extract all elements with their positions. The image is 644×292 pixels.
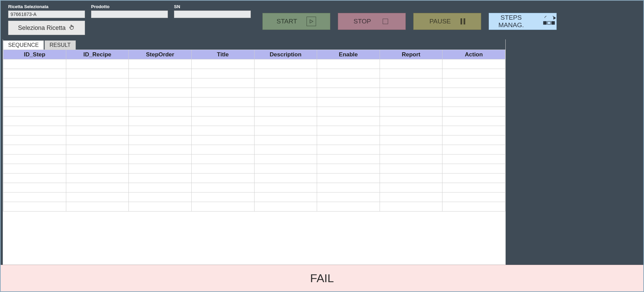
table-cell[interactable]	[3, 59, 66, 69]
table-cell[interactable]	[3, 145, 66, 154]
table-cell[interactable]	[66, 97, 129, 107]
table-cell[interactable]	[66, 154, 129, 164]
table-cell[interactable]	[442, 135, 505, 145]
col-enable[interactable]: Enable	[317, 50, 380, 59]
table-cell[interactable]	[191, 174, 254, 183]
table-cell[interactable]	[66, 135, 129, 145]
col-idrecipe[interactable]: ID_Recipe	[66, 50, 129, 59]
table-cell[interactable]	[442, 88, 505, 97]
table-cell[interactable]	[129, 126, 192, 135]
table-cell[interactable]	[3, 107, 66, 116]
table-row[interactable]	[3, 154, 505, 164]
table-cell[interactable]	[442, 69, 505, 78]
table-cell[interactable]	[3, 193, 66, 202]
table-cell[interactable]	[317, 126, 380, 135]
table-cell[interactable]	[442, 59, 505, 69]
table-row[interactable]	[3, 174, 505, 183]
table-cell[interactable]	[3, 164, 66, 174]
col-report[interactable]: Report	[380, 50, 442, 59]
table-cell[interactable]	[380, 135, 442, 145]
table-cell[interactable]	[254, 183, 317, 193]
table-cell[interactable]	[129, 145, 192, 154]
table-cell[interactable]	[317, 88, 380, 97]
table-cell[interactable]	[191, 78, 254, 88]
table-cell[interactable]	[317, 107, 380, 116]
table-cell[interactable]	[380, 78, 442, 88]
table-cell[interactable]	[380, 88, 442, 97]
sn-input[interactable]	[174, 11, 251, 18]
table-cell[interactable]	[442, 193, 505, 202]
table-cell[interactable]	[3, 202, 66, 212]
table-cell[interactable]	[442, 78, 505, 88]
table-cell[interactable]	[191, 69, 254, 78]
table-cell[interactable]	[317, 97, 380, 107]
table-cell[interactable]	[317, 174, 380, 183]
table-cell[interactable]	[191, 97, 254, 107]
table-cell[interactable]	[3, 116, 66, 126]
table-cell[interactable]	[442, 183, 505, 193]
table-row[interactable]	[3, 202, 505, 212]
table-cell[interactable]	[317, 202, 380, 212]
table-cell[interactable]	[66, 107, 129, 116]
table-cell[interactable]	[317, 59, 380, 69]
table-cell[interactable]	[442, 116, 505, 126]
steps-management-button[interactable]: STEPS MANAG.	[489, 13, 557, 30]
table-row[interactable]	[3, 193, 505, 202]
table-row[interactable]	[3, 145, 505, 154]
table-row[interactable]	[3, 88, 505, 97]
table-cell[interactable]	[191, 116, 254, 126]
table-cell[interactable]	[380, 97, 442, 107]
table-cell[interactable]	[254, 116, 317, 126]
table-cell[interactable]	[380, 126, 442, 135]
table-cell[interactable]	[3, 135, 66, 145]
table-cell[interactable]	[3, 126, 66, 135]
table-cell[interactable]	[380, 154, 442, 164]
table-cell[interactable]	[129, 107, 192, 116]
table-cell[interactable]	[317, 78, 380, 88]
table-cell[interactable]	[254, 88, 317, 97]
table-row[interactable]	[3, 116, 505, 126]
recipe-input[interactable]	[8, 11, 85, 18]
table-cell[interactable]	[191, 135, 254, 145]
table-cell[interactable]	[442, 107, 505, 116]
table-cell[interactable]	[317, 116, 380, 126]
table-cell[interactable]	[66, 174, 129, 183]
table-cell[interactable]	[380, 59, 442, 69]
table-cell[interactable]	[380, 183, 442, 193]
table-cell[interactable]	[254, 69, 317, 78]
table-cell[interactable]	[3, 97, 66, 107]
table-row[interactable]	[3, 97, 505, 107]
table-cell[interactable]	[254, 202, 317, 212]
table-cell[interactable]	[380, 116, 442, 126]
table-cell[interactable]	[129, 154, 192, 164]
table-row[interactable]	[3, 59, 505, 69]
table-row[interactable]	[3, 183, 505, 193]
table-cell[interactable]	[3, 69, 66, 78]
table-row[interactable]	[3, 135, 505, 145]
table-cell[interactable]	[191, 154, 254, 164]
pause-button[interactable]: PAUSE	[413, 13, 481, 30]
table-cell[interactable]	[317, 154, 380, 164]
table-row[interactable]	[3, 78, 505, 88]
table-cell[interactable]	[66, 116, 129, 126]
table-cell[interactable]	[129, 116, 192, 126]
table-row[interactable]	[3, 164, 505, 174]
table-cell[interactable]	[254, 97, 317, 107]
table-cell[interactable]	[191, 126, 254, 135]
table-row[interactable]	[3, 107, 505, 116]
table-cell[interactable]	[442, 145, 505, 154]
table-row[interactable]	[3, 69, 505, 78]
table-cell[interactable]	[317, 183, 380, 193]
table-cell[interactable]	[191, 145, 254, 154]
table-cell[interactable]	[380, 174, 442, 183]
table-cell[interactable]	[66, 59, 129, 69]
table-cell[interactable]	[191, 193, 254, 202]
table-cell[interactable]	[317, 69, 380, 78]
table-cell[interactable]	[442, 174, 505, 183]
table-cell[interactable]	[442, 126, 505, 135]
table-cell[interactable]	[66, 202, 129, 212]
table-cell[interactable]	[380, 69, 442, 78]
table-cell[interactable]	[442, 97, 505, 107]
table-cell[interactable]	[191, 88, 254, 97]
table-cell[interactable]	[66, 193, 129, 202]
